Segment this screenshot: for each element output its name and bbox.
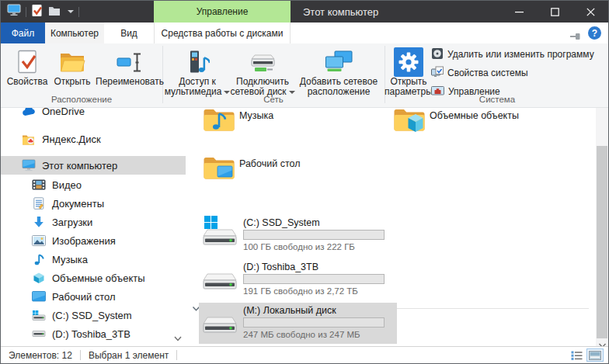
drive-free-space: 247 МБ свободно из 247 МБ	[243, 330, 360, 339]
music-folder-icon	[203, 108, 235, 134]
help-icon[interactable]: ?	[588, 26, 601, 40]
tab-view[interactable]: Вид	[104, 23, 154, 43]
folder-label: Рабочий стол	[239, 158, 300, 169]
window-title: Этот компьютер	[303, 1, 378, 23]
drive-name: (D:) Toshiba_3TB	[243, 262, 318, 272]
title-bar: Управление Этот компьютер	[1, 1, 608, 23]
minimize-button[interactable]	[501, 1, 537, 23]
sidebar-item-desktop[interactable]: Рабочий стол	[1, 287, 186, 306]
system-drive-icon	[31, 309, 46, 322]
documents-icon	[31, 197, 46, 210]
scrollbar-thumb[interactable]	[597, 146, 607, 338]
qat-new-folder-icon[interactable]	[48, 5, 61, 19]
sidebar-item-3d-objects[interactable]: Объемные объекты	[1, 269, 186, 287]
properties-button[interactable]: Свойства	[5, 46, 49, 87]
music-note-icon	[31, 253, 46, 266]
add-network-location-button[interactable]: Добавить сетевое расположение	[296, 46, 381, 97]
open-folder-icon	[59, 47, 85, 77]
rename-button[interactable]: Переименовать	[92, 46, 167, 87]
sidebar-item-music[interactable]: Музыка	[1, 250, 186, 269]
media-access-button[interactable]: Доступ к мультимедиа	[165, 46, 229, 97]
ribbon: Свойства Открыть Переименовать Расположе…	[1, 43, 608, 108]
ribbon-tab-row: Файл Компьютер Вид Средства работы с дис…	[1, 23, 608, 43]
close-button[interactable]	[572, 1, 608, 23]
qat-properties-icon[interactable]	[31, 4, 44, 20]
drive-tile-d[interactable]: (D:) Toshiba_3TB 191 ГБ свободно из 2,72…	[199, 259, 397, 300]
toolbar-separator	[26, 7, 26, 17]
capacity-bar	[243, 230, 385, 240]
content-area: OneDrive Яндекс.Диск Этот компьютер Виде…	[1, 108, 608, 346]
rename-icon	[117, 47, 143, 77]
group-label-system: Система	[385, 95, 609, 104]
open-label: Открыть	[54, 77, 90, 87]
drive-free-space: 100 ГБ свободно из 222 ГБ	[243, 242, 355, 251]
settings-gear-icon	[394, 47, 423, 77]
open-button[interactable]: Открыть	[50, 46, 94, 87]
sidebar-item-this-pc[interactable]: Этот компьютер	[1, 156, 186, 175]
items-count: Элементов: 12	[9, 350, 72, 361]
sidebar-item-drive-c[interactable]: (C:) SSD_System	[1, 306, 186, 324]
details-view-button[interactable]	[568, 348, 585, 362]
uninstall-program-label: Удалить или изменить программу	[447, 49, 594, 60]
toolbar-separator	[78, 7, 79, 17]
thumbnail-view-button[interactable]	[586, 348, 604, 362]
sidebar-item-pictures[interactable]: Изображения	[1, 231, 186, 250]
status-separator	[80, 350, 81, 360]
status-separator	[176, 350, 177, 360]
system-properties-icon	[431, 66, 444, 81]
sidebar-item-downloads[interactable]: Загрузки	[1, 213, 186, 231]
system-properties-button[interactable]: Свойства системы	[431, 65, 528, 81]
videos-icon	[31, 179, 46, 192]
folder-tile-3d-objects[interactable]: Объемные объекты	[387, 108, 573, 144]
capacity-bar	[243, 317, 385, 328]
folder-tile-desktop[interactable]: Рабочий стол	[197, 153, 383, 192]
explorer-window: Управление Этот компьютер Файл Компьютер…	[0, 0, 609, 364]
properties-icon	[16, 47, 38, 77]
pin-ribbon-icon[interactable]	[570, 29, 582, 43]
selection-count: Выбран 1 элемент	[89, 350, 169, 361]
pictures-icon	[31, 234, 46, 248]
this-pc-icon[interactable]	[7, 4, 21, 19]
this-pc-icon	[21, 159, 36, 172]
drive-name: (C:) SSD_System	[243, 217, 320, 228]
uninstall-program-button[interactable]: Удалить или изменить программу	[431, 47, 594, 62]
sidebar-scroll-down-icon[interactable]	[173, 331, 183, 345]
folder-label: Объемные объекты	[430, 110, 519, 121]
sidebar-item-drive-d[interactable]: (D:) Toshiba_3TB	[1, 324, 186, 343]
tab-computer[interactable]: Компьютер	[45, 23, 104, 43]
folder-tile-music[interactable]: Музыка	[197, 108, 383, 144]
contextual-tab-header[interactable]: Управление	[154, 1, 291, 23]
tab-disk-tools[interactable]: Средства работы с дисками	[154, 23, 291, 43]
rename-label: Переименовать	[96, 77, 164, 87]
tab-file[interactable]: Файл	[1, 23, 45, 43]
system-drive-icon	[200, 216, 238, 253]
quick-access-toolbar	[7, 1, 79, 23]
group-label-network: Сеть	[162, 95, 385, 104]
scrollbar-down-icon[interactable]	[598, 338, 607, 346]
yandex-disk-icon	[21, 133, 36, 146]
properties-label: Свойства	[7, 77, 48, 87]
group-label-location: Расположение	[1, 95, 162, 104]
system-properties-label: Свойства системы	[447, 68, 528, 78]
vertical-scrollbar[interactable]	[596, 108, 608, 346]
folder-label: Музыка	[239, 110, 273, 121]
media-server-icon	[185, 47, 210, 77]
qat-dropdown-icon[interactable]	[68, 10, 74, 13]
desktop-icon	[31, 290, 46, 303]
onedrive-cloud-icon	[21, 108, 36, 118]
map-network-drive-button[interactable]: Подключить сетевой диск	[229, 46, 296, 97]
drive-tile-m[interactable]: (M:) Локальный диск 247 МБ свободно из 2…	[199, 303, 397, 344]
3d-objects-folder-icon	[393, 108, 426, 134]
sidebar-item-documents[interactable]: Документы	[1, 194, 186, 213]
maximize-button[interactable]	[537, 1, 572, 23]
sidebar-item-videos[interactable]: Видео	[1, 175, 186, 194]
open-settings-button[interactable]: Открыть параметры	[383, 46, 434, 97]
sidebar-item-onedrive[interactable]: OneDrive	[1, 108, 186, 120]
drive-tile-c[interactable]: (C:) SSD_System 100 ГБ свободно из 222 Г…	[199, 215, 397, 256]
drive-icon	[200, 303, 238, 341]
drive-icon	[200, 260, 238, 297]
network-drive-icon	[249, 47, 277, 77]
sidebar-item-yandex-disk[interactable]: Яндекс.Диск	[1, 130, 186, 148]
drive-name: (M:) Локальный диск	[243, 305, 336, 316]
drive-icon	[31, 328, 46, 341]
